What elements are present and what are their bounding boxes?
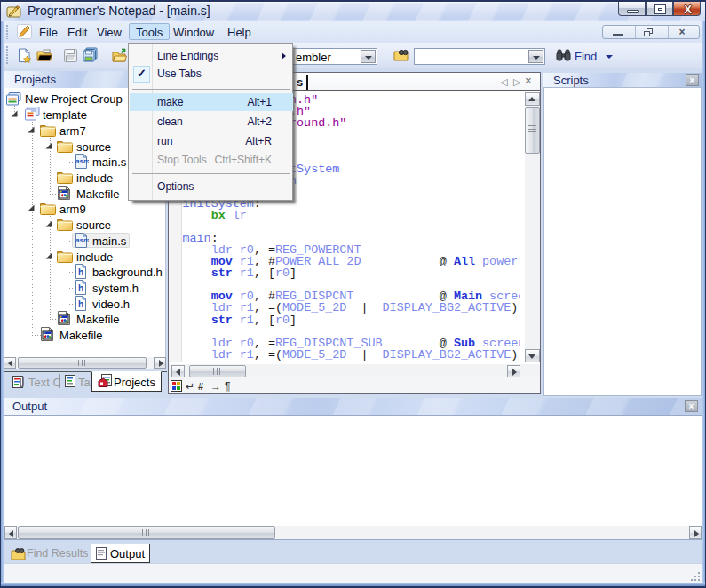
svg-text:h: h bbox=[78, 283, 83, 293]
svg-text:h: h bbox=[78, 299, 83, 309]
svg-text:h: h bbox=[78, 267, 83, 277]
svg-text:asm: asm bbox=[75, 157, 89, 165]
svg-text:asm: asm bbox=[75, 236, 89, 244]
